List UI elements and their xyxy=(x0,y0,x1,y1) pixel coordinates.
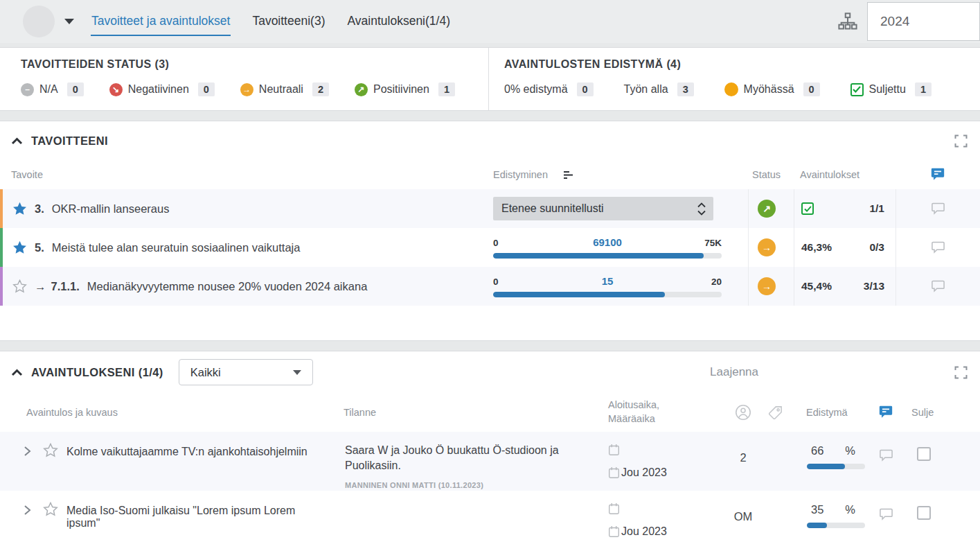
status-label: Positiivinen xyxy=(373,83,429,96)
keyresult-percent: 46,3% xyxy=(801,241,832,254)
column-objective: Tavoite xyxy=(0,169,493,180)
keyresult-percent: 45,4% xyxy=(801,280,832,292)
status-neutral-icon[interactable]: → xyxy=(758,277,776,295)
neutral-status-icon: → xyxy=(240,83,253,96)
late-dot-icon xyxy=(724,82,738,96)
status-positive-icon[interactable]: ↗ xyxy=(758,200,776,218)
fullscreen-objectives-icon[interactable] xyxy=(954,134,968,148)
progress-bar[interactable]: 0 15 20 xyxy=(493,275,722,297)
column-keyresult-title: Avaintulos ja kuvaus xyxy=(0,407,344,418)
due-date: Jou 2023 xyxy=(621,525,667,538)
close-checkbox[interactable] xyxy=(917,447,931,461)
star-filled-icon[interactable] xyxy=(12,202,27,216)
status-neutral-icon[interactable]: → xyxy=(758,238,776,256)
objective-row[interactable]: → 7.1.1. Medianäkyvyytemme nousee 20% vu… xyxy=(0,267,980,306)
calendar-icon[interactable] xyxy=(608,444,620,456)
calendar-icon[interactable] xyxy=(608,466,620,479)
keyresult-row[interactable]: Kolme vaikuttajaamme TV:n ajankohtaisohj… xyxy=(0,432,980,491)
calendar-icon[interactable] xyxy=(608,502,620,515)
cascade-arrow-icon: → xyxy=(35,280,46,293)
progress-item-closed: Suljettu 1 xyxy=(850,82,932,96)
comment-bubble-icon[interactable] xyxy=(931,202,945,216)
owner-initials: OM xyxy=(719,491,767,542)
star-filled-icon[interactable] xyxy=(12,241,27,254)
avatar[interactable] xyxy=(23,6,55,37)
keyresult-fraction: 0/3 xyxy=(869,241,884,254)
keyresult-progress-title: AVAINTULOSTEN EDISTYMÄ (4) xyxy=(504,58,980,71)
objectives-table-header: Tavoite Edistyminen Status Avaintulokset xyxy=(0,160,980,189)
year-input[interactable] xyxy=(868,13,979,30)
owner-icon xyxy=(735,404,751,421)
org-tree-icon[interactable] xyxy=(837,12,858,31)
comment-bubble-icon[interactable] xyxy=(879,448,893,491)
progress-fill xyxy=(493,253,704,259)
objective-row[interactable]: 5. Meistä tulee alan seuratuin sosiaalin… xyxy=(0,228,980,267)
main-tabs: Tavoitteet ja avaintulokset Tavoitteeni(… xyxy=(91,7,451,36)
status-item-neutral: → Neutraali 2 xyxy=(240,82,329,96)
comment-bubble-icon[interactable] xyxy=(931,279,945,294)
progress-fill xyxy=(493,292,665,297)
progress-select[interactable]: Etenee suunnitellusti xyxy=(493,197,713,220)
status-label: N/A xyxy=(39,83,58,96)
progress-bar[interactable]: 0 69100 75K xyxy=(493,236,722,259)
calendar-icon[interactable] xyxy=(608,525,620,538)
objective-title: OKR-mallin lanseeraus xyxy=(52,202,170,216)
keyresult-progress[interactable]: 66 % xyxy=(795,432,867,491)
avatar-menu-caret-icon[interactable] xyxy=(64,19,74,24)
objective-row[interactable]: 3. OKR-mallin lanseeraus Etenee suunnite… xyxy=(0,189,980,228)
keyresult-row[interactable]: Media Iso-Suomi julkaisu "Lorem ipsum Lo… xyxy=(0,491,980,542)
column-progress: Edistyminen xyxy=(493,169,548,180)
objective-color-bar xyxy=(0,189,3,228)
status-count: 2 xyxy=(312,82,329,96)
summary-card: TAVOITTEIDEN STATUS (3) – N/A 0 ↘ Negati… xyxy=(0,47,980,111)
status-count: 1 xyxy=(438,82,455,96)
collapse-objectives-icon[interactable] xyxy=(11,137,23,145)
expand-all-label[interactable]: Laajenna xyxy=(710,365,758,379)
note-author: MANNINEN ONNI MATTI (10.11.2023) xyxy=(345,480,575,491)
keyresult-progress[interactable]: 35 % xyxy=(795,491,867,542)
progress-percent: 35 xyxy=(811,503,823,516)
keyresult-title: Kolme vaikuttajaamme TV:n ajankohtaisohj… xyxy=(65,432,344,491)
progress-fill xyxy=(807,464,845,469)
expand-row-chevron-icon[interactable] xyxy=(23,446,32,491)
tab-tavoitteet-ja-avaintulokset[interactable]: Tavoitteet ja avaintulokset xyxy=(91,7,231,36)
status-item-negative: ↘ Negatiivinen 0 xyxy=(109,82,215,96)
keyresult-progress-summary: AVAINTULOSTEN EDISTYMÄ (4) 0% edistymä 0… xyxy=(489,48,980,110)
percent-unit: % xyxy=(845,503,855,516)
progress-label: 0% edistymä xyxy=(504,83,568,96)
progress-select-value: Etenee suunnitellusti xyxy=(501,202,604,215)
positive-status-icon: ↗ xyxy=(355,83,368,96)
progress-min: 0 xyxy=(493,277,602,287)
close-checkbox[interactable] xyxy=(917,506,931,520)
column-progress: Edistymä xyxy=(795,407,867,418)
keyresults-table-header: Avaintulos ja kuvaus Tilanne Aloitusaika… xyxy=(0,393,980,432)
due-date: Jou 2023 xyxy=(621,466,667,479)
keyresult-fraction: 3/13 xyxy=(864,280,884,292)
column-close: Sulje xyxy=(905,407,980,418)
progress-label: Työn alla xyxy=(624,83,668,96)
column-keyresults: Avaintulokset xyxy=(794,169,896,180)
objective-color-bar xyxy=(0,228,3,267)
fullscreen-keyresults-icon[interactable] xyxy=(954,366,968,379)
column-status: Status xyxy=(748,169,794,180)
star-outline-icon[interactable] xyxy=(43,502,58,542)
keyresults-filter-select[interactable]: Kaikki xyxy=(179,359,313,385)
sort-icon[interactable] xyxy=(563,171,574,180)
comments-icon[interactable] xyxy=(878,405,893,420)
collapse-keyresults-icon[interactable] xyxy=(11,369,23,376)
star-outline-icon[interactable] xyxy=(12,279,27,293)
filter-value: Kaikki xyxy=(190,366,221,379)
star-outline-icon[interactable] xyxy=(43,443,58,491)
progress-max: 20 xyxy=(711,277,722,287)
column-dates: Aloitusaika, Määräaika xyxy=(596,399,719,426)
progress-item-late: Myöhässä 0 xyxy=(724,82,820,96)
comment-bubble-icon[interactable] xyxy=(879,507,893,542)
comments-icon[interactable] xyxy=(930,167,945,182)
comment-bubble-icon[interactable] xyxy=(931,241,945,255)
expand-row-chevron-icon[interactable] xyxy=(23,505,32,542)
tab-tavoitteeni[interactable]: Tavoitteeni(3) xyxy=(251,7,326,36)
tab-avaintulokseni[interactable]: Avaintulokseni(1/4) xyxy=(346,7,451,36)
progress-max: 75K xyxy=(704,238,722,248)
keyresults-card: AVAINTULOKSENI (1/4) Kaikki Laajenna Ava… xyxy=(0,351,980,542)
status-label: Neutraali xyxy=(259,83,303,96)
